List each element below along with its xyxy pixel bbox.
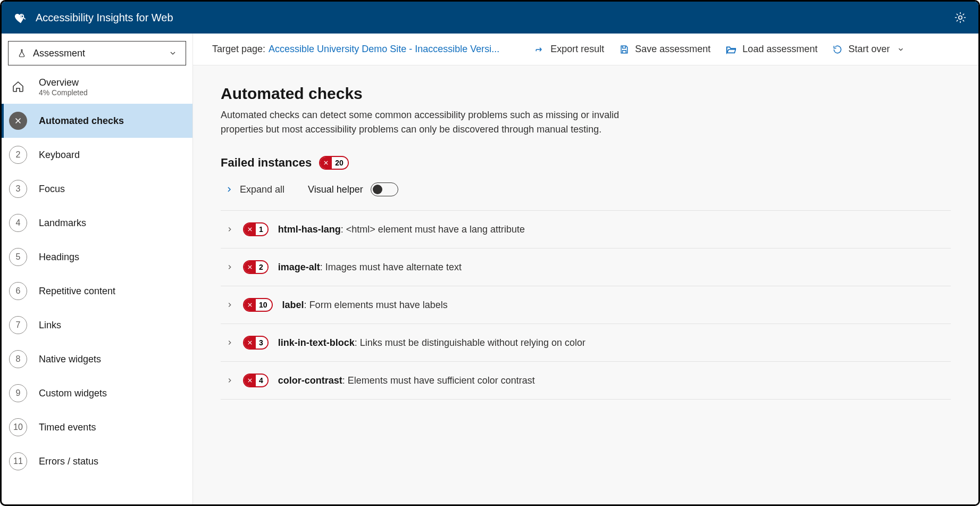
step-number: 6: [9, 282, 27, 300]
sidebar-item-landmarks[interactable]: 4 Landmarks: [2, 206, 192, 240]
sidebar-item-label: Timed events: [39, 422, 96, 433]
total-failures-badge: 20: [319, 156, 349, 170]
sidebar-item-label: Headings: [39, 252, 79, 263]
sidebar-item-links[interactable]: 7 Links: [2, 308, 192, 342]
sidebar-item-custom-widgets[interactable]: 9 Custom widgets: [2, 376, 192, 410]
sidebar-item-label: Custom widgets: [39, 388, 107, 399]
sidebar-item-automated-checks[interactable]: Automated checks: [2, 104, 192, 138]
sidebar-item-errors-status[interactable]: 11 Errors / status: [2, 444, 192, 478]
export-result-button[interactable]: Export result: [534, 44, 604, 55]
main-panel: Automated checks Automated checks can de…: [193, 65, 978, 504]
sidebar-item-native-widgets[interactable]: 8 Native widgets: [2, 342, 192, 376]
rule-count-badge: 4: [243, 374, 269, 387]
step-number: 2: [9, 146, 27, 164]
sidebar-item-headings[interactable]: 5 Headings: [2, 240, 192, 274]
rule-id: html-has-lang: [278, 224, 341, 235]
sidebar-nav: Overview 4% Completed Automated checks 2…: [2, 70, 192, 478]
expand-all-label: Expand all: [240, 184, 284, 195]
step-number: 7: [9, 316, 27, 334]
rule-count-badge: 1: [243, 222, 269, 236]
step-number: 10: [9, 418, 27, 436]
rule-desc: Form elements must have labels: [309, 300, 448, 310]
failed-instances-heading: Failed instances: [221, 156, 312, 170]
fail-x-icon: [244, 223, 256, 235]
visual-helper-toggle[interactable]: [371, 183, 398, 196]
sidebar-item-keyboard[interactable]: 2 Keyboard: [2, 138, 192, 172]
fail-x-icon: [244, 375, 256, 386]
sidebar-item-repetitive-content[interactable]: 6 Repetitive content: [2, 274, 192, 308]
export-result-label: Export result: [550, 44, 604, 55]
load-assessment-label: Load assessment: [742, 44, 817, 55]
target-page-label: Target page:: [212, 44, 265, 55]
save-assessment-button[interactable]: Save assessment: [619, 44, 710, 55]
visual-helper-label: Visual helper: [308, 184, 363, 195]
sidebar-item-label: Native widgets: [39, 354, 101, 365]
flask-icon: [17, 48, 27, 58]
svg-point-3: [959, 16, 962, 19]
chevron-right-icon: [226, 263, 233, 271]
chevron-right-icon: [226, 339, 233, 346]
rule-count: 4: [256, 376, 267, 385]
step-number: 11: [9, 452, 27, 470]
rule-id: link-in-text-block: [278, 337, 355, 348]
target-page-link[interactable]: Accessible University Demo Site - Inacce…: [269, 44, 499, 55]
rule-row[interactable]: 4 color-contrast: Elements must have suf…: [221, 362, 951, 400]
rule-row[interactable]: 10 label: Form elements must have labels: [221, 286, 951, 324]
step-number: 8: [9, 350, 27, 368]
sidebar-item-label: Keyboard: [39, 150, 80, 161]
step-number: 3: [9, 180, 27, 198]
sidebar-item-label: Focus: [39, 184, 65, 195]
sidebar-item-label: Links: [39, 320, 61, 331]
toggle-knob: [373, 185, 382, 194]
app-title: Accessibility Insights for Web: [36, 12, 173, 24]
fail-x-icon: [244, 337, 256, 349]
rule-count-badge: 3: [243, 336, 269, 350]
rule-desc: Links must be distinguishable without re…: [360, 337, 585, 348]
rule-id: image-alt: [278, 262, 320, 272]
rule-count: 10: [256, 301, 272, 309]
sidebar-item-timed-events[interactable]: 10 Timed events: [2, 410, 192, 444]
sidebar-item-overview[interactable]: Overview 4% Completed: [2, 70, 192, 104]
sidebar-item-focus[interactable]: 3 Focus: [2, 172, 192, 206]
rule-row[interactable]: 2 image-alt: Images must have alternate …: [221, 248, 951, 286]
rule-id: label: [282, 300, 304, 310]
chevron-down-icon: [897, 46, 904, 53]
expand-all-button[interactable]: Expand all: [225, 184, 284, 195]
start-over-label: Start over: [848, 44, 890, 55]
step-number: 9: [9, 384, 27, 402]
rule-desc: <html> element must have a lang attribut…: [346, 224, 525, 235]
command-bar: Target page: Accessible University Demo …: [193, 34, 978, 65]
fail-status-icon: [9, 112, 27, 130]
rule-count: 3: [256, 338, 267, 347]
step-number: 4: [9, 214, 27, 232]
fail-x-icon: [244, 299, 256, 311]
rule-count: 1: [256, 225, 267, 234]
page-description: Automated checks can detect some common …: [221, 108, 657, 137]
settings-button[interactable]: [954, 11, 967, 24]
assessment-dropdown-label: Assessment: [33, 48, 85, 59]
fail-x-icon: [320, 157, 332, 169]
chevron-down-icon: [169, 49, 177, 57]
app-header: Accessibility Insights for Web: [2, 2, 978, 34]
rule-row[interactable]: 1 html-has-lang: <html> element must hav…: [221, 211, 951, 248]
rule-count: 2: [256, 263, 267, 271]
save-assessment-label: Save assessment: [635, 44, 710, 55]
overview-progress: 4% Completed: [39, 88, 88, 97]
sidebar-item-label: Landmarks: [39, 218, 86, 229]
rule-row[interactable]: 3 link-in-text-block: Links must be dist…: [221, 324, 951, 362]
load-assessment-button[interactable]: Load assessment: [725, 44, 817, 55]
page-heading: Automated checks: [221, 85, 951, 103]
step-number: 5: [9, 248, 27, 266]
rule-count-badge: 2: [243, 260, 269, 274]
assessment-dropdown[interactable]: Assessment: [8, 41, 186, 65]
content-area: Target page: Accessible University Demo …: [193, 34, 978, 504]
rule-desc: Elements must have sufficient color cont…: [348, 375, 535, 386]
start-over-button[interactable]: Start over: [832, 44, 904, 55]
rules-list: 1 html-has-lang: <html> element must hav…: [221, 210, 951, 400]
overview-label: Overview: [39, 77, 88, 88]
sidebar-item-label: Errors / status: [39, 456, 98, 467]
sidebar: Assessment Overview 4% Completed: [2, 34, 193, 504]
app-logo-icon: [13, 10, 28, 25]
sidebar-item-label: Repetitive content: [39, 286, 115, 297]
home-icon: [9, 78, 27, 96]
